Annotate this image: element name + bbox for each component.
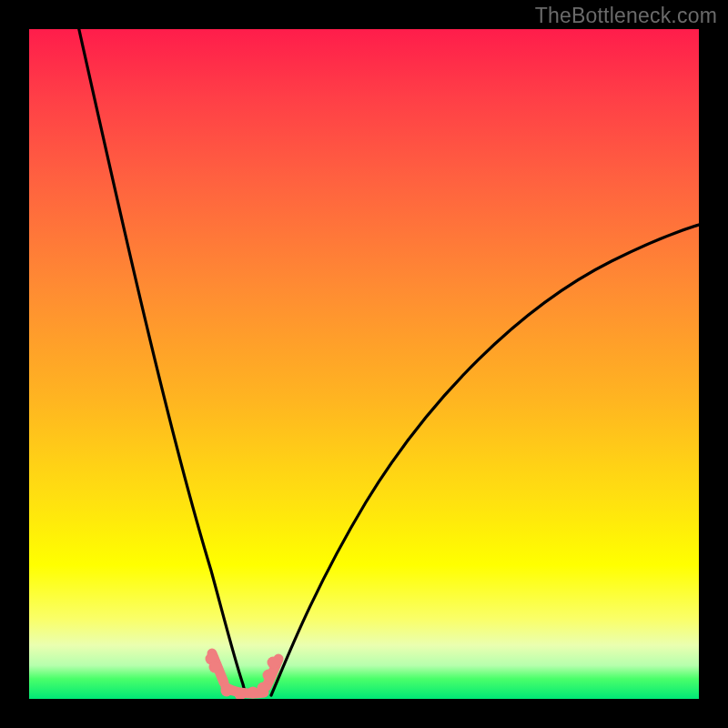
trough-point [209,662,221,673]
right-curve [271,225,699,695]
trough-point [268,657,279,669]
watermark-text: TheBottleneck.com [535,4,717,28]
trough-point [263,670,275,682]
left-curve [77,29,246,695]
trough-point [258,682,269,694]
chart-frame: TheBottleneck.com [0,0,728,728]
curve-overlay [29,29,699,699]
trough-point [221,685,233,697]
